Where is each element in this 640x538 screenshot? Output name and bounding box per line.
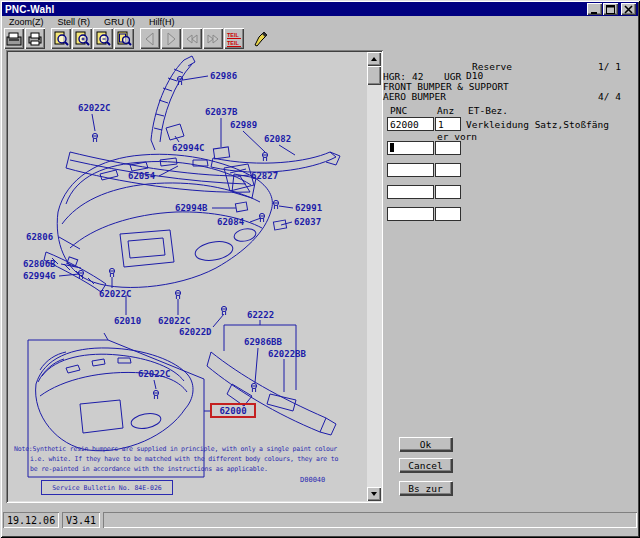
column-header-pnc: PNC	[390, 105, 407, 116]
anz-input-3[interactable]	[435, 163, 461, 177]
column-header-anz: Anz	[437, 105, 454, 116]
svg-text:TEIL: TEIL	[227, 40, 240, 46]
first-page-icon	[184, 31, 200, 47]
et-description-line1: Verkleidung Satz,Stoßfäng	[466, 119, 609, 130]
scroll-up-button[interactable]	[367, 52, 381, 66]
teil-icon: TEILTEIL	[226, 31, 243, 47]
part-label-62037B[interactable]: 62037B	[205, 107, 238, 117]
zoom-fit-button[interactable]	[114, 28, 134, 49]
cancel-button[interactable]: Cancel	[399, 458, 452, 472]
sheet-code: D00040	[300, 476, 325, 484]
part-label-62037[interactable]: 62037	[294, 217, 321, 227]
print-button[interactable]	[25, 28, 45, 49]
part-label-62022C[interactable]: 62022C	[99, 289, 132, 299]
prev-page-icon	[142, 31, 158, 47]
ugr-value: D10	[466, 70, 483, 81]
page-indicator-bottom: 4/ 4	[598, 91, 621, 102]
zoom-window-button[interactable]	[51, 28, 71, 49]
minimize-button[interactable]	[587, 3, 602, 15]
next-page-icon	[163, 31, 179, 47]
brush-button[interactable]	[250, 28, 270, 49]
part-label-62994G[interactable]: 62994G	[23, 271, 56, 281]
selected-part-label[interactable]: 62000	[210, 403, 256, 418]
zoom-fit-icon	[116, 31, 132, 47]
part-label-62827[interactable]: 62827	[251, 171, 278, 181]
anz-input-4[interactable]	[435, 185, 461, 199]
scroll-down-button[interactable]	[367, 487, 381, 501]
back-button[interactable]: Bs zur	[399, 481, 452, 495]
last-page-icon	[205, 31, 221, 47]
part-label-62022BB[interactable]: 62022BB	[268, 349, 306, 359]
part-label-62010[interactable]: 62010	[114, 316, 141, 326]
part-label-62054[interactable]: 62054	[128, 171, 155, 181]
last-page-button[interactable]	[203, 28, 223, 49]
part-label-62986BB[interactable]: 62986BB	[244, 337, 282, 347]
part-label-62986[interactable]: 62986	[210, 71, 237, 81]
pnc-input-3[interactable]	[387, 163, 434, 177]
part-selection-panel: Reserve 1/ 1 HGR: 42 UGR D10 FRONT BUMPE…	[382, 55, 636, 505]
titlebar: PNC-Wahl	[2, 2, 638, 16]
pnc-input-2[interactable]	[387, 141, 434, 155]
pnc-input-4[interactable]	[387, 185, 434, 199]
part-label-62082[interactable]: 62082	[264, 134, 291, 144]
ok-button[interactable]: Ok	[399, 437, 452, 451]
anz-input-5[interactable]	[435, 207, 461, 221]
teil-button[interactable]: TEILTEIL	[224, 28, 244, 49]
anz-input-1[interactable]	[435, 117, 461, 131]
scrollbar-thumb[interactable]	[367, 66, 381, 85]
diagram-panel: 6298662022C62037B629896208262994C6205462…	[6, 50, 383, 503]
statusbar: 19.12.06 V3.41	[3, 511, 637, 529]
pnc-input-5[interactable]	[387, 207, 434, 221]
part-label-62222[interactable]: 62222	[247, 310, 274, 320]
zoom-in-icon	[74, 31, 90, 47]
part-label-62989[interactable]: 62989	[230, 120, 257, 130]
zoom-out-icon	[95, 31, 111, 47]
arrow-down-icon	[371, 492, 377, 496]
window-title: PNC-Wahl	[2, 4, 55, 15]
print-icon	[27, 31, 43, 47]
arrow-up-icon	[371, 57, 377, 61]
diagram-canvas[interactable]: 6298662022C62037B629896208262994C6205462…	[8, 52, 367, 501]
zoom-in-button[interactable]	[72, 28, 92, 49]
part-label-62022C[interactable]: 62022C	[78, 103, 111, 113]
service-bulletin-box: Service Bulletin No. 84E-026	[41, 480, 173, 495]
part-label-62991[interactable]: 62991	[295, 203, 322, 213]
status-date: 19.12.06	[3, 512, 59, 528]
pnc-wahl-window: PNC-Wahl Zoom(Z) Stell (R) GRU (I) Hilf(…	[0, 0, 640, 538]
menubar: Zoom(Z) Stell (R) GRU (I) Hilf(H)	[2, 16, 638, 28]
pnc-input-1[interactable]	[387, 117, 434, 131]
part-label-62994B[interactable]: 62994B	[175, 203, 208, 213]
bumper-diagram-art	[8, 52, 367, 501]
prev-page-button[interactable]	[140, 28, 160, 49]
part-label-62994C[interactable]: 62994C	[172, 143, 205, 153]
anz-input-2[interactable]	[435, 141, 461, 155]
maximize-button[interactable]	[603, 3, 618, 15]
group-description-line2: AERO BUMPER	[383, 91, 446, 102]
next-page-button[interactable]	[161, 28, 181, 49]
plot-button[interactable]	[4, 28, 24, 49]
first-page-button[interactable]	[182, 28, 202, 49]
menu-hilf[interactable]: Hilf(H)	[142, 16, 182, 28]
menu-stell[interactable]: Stell (R)	[51, 16, 98, 28]
menu-gru[interactable]: GRU (I)	[97, 16, 142, 28]
close-icon	[624, 5, 633, 14]
minimize-icon	[590, 5, 599, 14]
part-label-62022C[interactable]: 62022C	[138, 369, 171, 379]
part-label-62806B[interactable]: 62806B	[23, 259, 56, 269]
part-label-62022D[interactable]: 62022D	[179, 327, 212, 337]
menu-zoom[interactable]: Zoom(Z)	[2, 16, 51, 28]
text-cursor	[390, 143, 394, 152]
zoom-window-icon	[53, 31, 69, 47]
part-label-62806[interactable]: 62806	[26, 232, 53, 242]
plot-icon	[6, 31, 22, 47]
toolbar: TEILTEIL	[2, 28, 638, 50]
status-message	[103, 512, 637, 528]
part-label-62022C[interactable]: 62022C	[158, 316, 191, 326]
brush-icon	[251, 30, 269, 48]
part-label-62084[interactable]: 62084	[217, 217, 244, 227]
zoom-out-button[interactable]	[93, 28, 113, 49]
close-button[interactable]	[621, 3, 636, 15]
diagram-vertical-scrollbar[interactable]	[367, 52, 381, 501]
column-header-et: ET-Bez.	[468, 105, 508, 116]
maximize-icon	[606, 5, 615, 14]
